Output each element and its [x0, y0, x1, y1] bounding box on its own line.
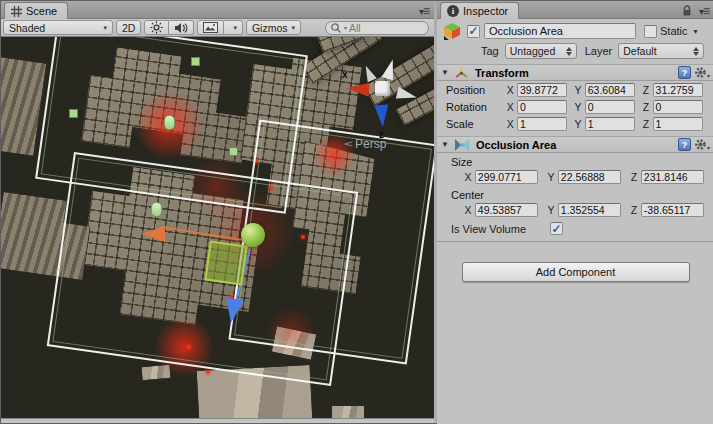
- active-checkbox[interactable]: ✓: [467, 25, 480, 38]
- scale-row: Scale X1 Y1 Z1: [437, 115, 713, 132]
- position-z-field[interactable]: 31.2759: [653, 83, 703, 97]
- foldout-icon[interactable]: ▼: [441, 68, 451, 77]
- layer-value: Default: [623, 45, 656, 57]
- inspector-panel: i Inspector ▾≡ ✓: [437, 1, 713, 424]
- add-component-button[interactable]: Add Component: [462, 262, 690, 282]
- rotation-z-field[interactable]: 0: [653, 100, 703, 114]
- center-row: X49.53857 Y1.352554 Z-38.65117: [437, 202, 713, 218]
- check-icon: ✓: [468, 26, 478, 36]
- is-view-volume-row: Is View Volume ✓: [437, 220, 713, 237]
- size-z-field[interactable]: 231.8146: [641, 170, 704, 184]
- static-dropdown-icon[interactable]: ▾: [694, 27, 698, 36]
- popup-arrows-icon: [693, 47, 699, 56]
- center-z-field[interactable]: -38.65117: [641, 203, 704, 217]
- grid-icon: [11, 6, 22, 17]
- position-row: Position X39.8772 Y63.6084 Z31.2759: [437, 81, 713, 98]
- occlusion-area-component-header[interactable]: ▼ Occlusion Area ? ▾: [437, 136, 713, 153]
- occlusion-area-handle[interactable]: [69, 109, 78, 118]
- gizmos-dropdown[interactable]: Gizmos ▾: [246, 20, 301, 35]
- scale-x-field[interactable]: 1: [517, 117, 567, 131]
- tab-inspector[interactable]: i Inspector: [440, 2, 519, 19]
- axis-z: Z: [629, 171, 639, 183]
- gameobject-header: ✓ Static ▾: [441, 22, 710, 40]
- gear-dropdown-icon: ▾: [707, 144, 710, 151]
- scale-y-field[interactable]: 1: [585, 117, 635, 131]
- gear-icon[interactable]: ▾: [694, 138, 710, 151]
- rotation-y-field[interactable]: 0: [585, 100, 635, 114]
- tab-scene-label: Scene: [26, 5, 57, 17]
- scale-z-field[interactable]: 1: [653, 117, 703, 131]
- size-label: Size: [437, 155, 713, 169]
- position-y-field[interactable]: 63.6084: [585, 83, 635, 97]
- draw-mode-dropdown[interactable]: Shaded ▾: [3, 20, 113, 35]
- position-x-field[interactable]: 39.8772: [517, 83, 567, 97]
- axis-x: X: [506, 84, 515, 96]
- audio-toggle-button[interactable]: [169, 20, 194, 35]
- projection-mode-label[interactable]: < Persp: [345, 137, 386, 151]
- occlusion-area-handle[interactable]: [191, 57, 200, 66]
- effects-toggle-button[interactable]: [197, 20, 224, 35]
- scene-viewport[interactable]: x z < Persp: [1, 37, 434, 418]
- transform-component-header[interactable]: ▼ Transform ? ▾: [437, 64, 713, 81]
- gear-icon[interactable]: ▾: [694, 66, 710, 79]
- layer-dropdown[interactable]: Default: [618, 43, 704, 59]
- tag-layer-row: Tag Untagged Layer Default: [441, 42, 710, 60]
- rotation-x-field[interactable]: 0: [517, 100, 567, 114]
- inspector-panel-menu-icon[interactable]: ▾≡: [699, 4, 710, 18]
- axis-z: Z: [641, 101, 650, 113]
- move-gizmo-xz-plane[interactable]: [204, 241, 247, 286]
- orientation-cone-z[interactable]: [374, 105, 390, 128]
- size-y-field[interactable]: 22.56888: [558, 170, 621, 184]
- occlusion-area-outline: [47, 152, 358, 386]
- position-label: Position: [446, 84, 506, 96]
- axis-z: Z: [629, 204, 639, 216]
- axis-y: Y: [573, 118, 582, 130]
- tag-value: Untagged: [510, 45, 556, 57]
- tab-scene[interactable]: Scene: [4, 2, 68, 19]
- light-gizmo[interactable]: [164, 115, 175, 130]
- axis-y: Y: [546, 171, 556, 183]
- info-icon: i: [447, 5, 459, 17]
- foldout-icon[interactable]: ▼: [441, 140, 451, 149]
- move-gizmo-center-handle[interactable]: [241, 223, 265, 247]
- scene-search-field[interactable]: ▾ All: [325, 21, 429, 35]
- size-row: X299.0771 Y22.56888 Z231.8146: [437, 169, 713, 185]
- center-x-field[interactable]: 49.53857: [475, 203, 538, 217]
- search-icon: [330, 22, 342, 34]
- light-dot: [206, 370, 210, 374]
- effects-dropdown[interactable]: ▾: [224, 20, 243, 35]
- orientation-cone-x[interactable]: [347, 81, 370, 97]
- axis-y: Y: [573, 84, 582, 96]
- center-y-field[interactable]: 1.352554: [558, 203, 621, 217]
- move-gizmo-x-cone[interactable]: [141, 226, 165, 242]
- axis-x: X: [463, 204, 473, 216]
- tab-inspector-label: Inspector: [463, 5, 508, 17]
- is-view-volume-checkbox[interactable]: ✓: [550, 222, 563, 235]
- occlusion-area-handle[interactable]: [229, 147, 238, 156]
- persp-chevron-icon: <: [344, 139, 353, 150]
- layer-label: Layer: [585, 45, 613, 57]
- search-text: All: [349, 22, 361, 34]
- gameobject-name-field[interactable]: [484, 23, 636, 39]
- size-x-field[interactable]: 299.0771: [475, 170, 538, 184]
- chevron-down-icon: ▾: [103, 24, 107, 32]
- orientation-gizmo-cube[interactable]: [375, 81, 390, 96]
- inspector-body: ✓ Static ▾ Tag Untagged Layer Default: [437, 19, 713, 424]
- persp-text: Persp: [355, 137, 386, 151]
- center-label: Center: [437, 188, 713, 202]
- help-icon[interactable]: ?: [678, 138, 691, 151]
- occlusion-area-title: Occlusion Area: [476, 139, 675, 151]
- axis-z: Z: [641, 84, 650, 96]
- gameobject-cube-icon[interactable]: [441, 21, 463, 41]
- orientation-cone-right[interactable]: [396, 87, 418, 103]
- tag-dropdown[interactable]: Untagged: [505, 43, 577, 59]
- lighting-toggle-button[interactable]: [144, 20, 169, 35]
- occlusion-volume-inner-outline: [52, 158, 352, 381]
- lock-icon[interactable]: [682, 5, 692, 16]
- light-gizmo[interactable]: [151, 202, 162, 217]
- rotation-label: Rotation: [446, 101, 506, 113]
- scene-panel-menu-icon[interactable]: ▾≡: [419, 4, 430, 18]
- help-icon[interactable]: ?: [678, 66, 691, 79]
- 2d-toggle-button[interactable]: 2D: [116, 20, 141, 35]
- static-checkbox[interactable]: [644, 25, 657, 38]
